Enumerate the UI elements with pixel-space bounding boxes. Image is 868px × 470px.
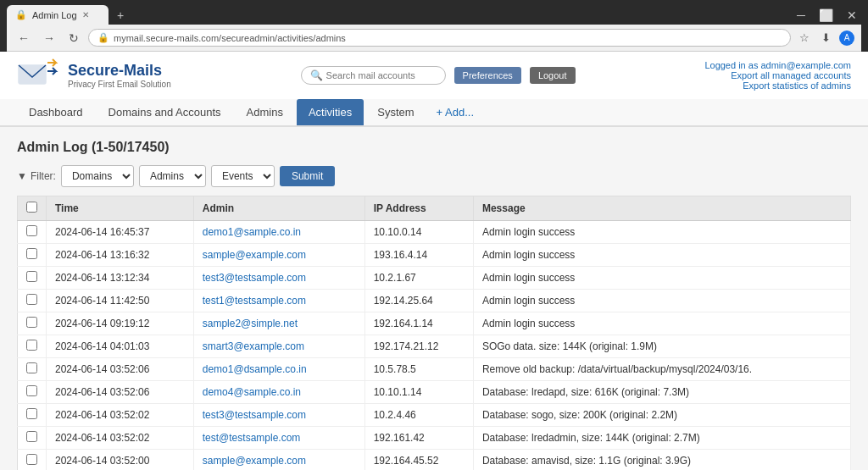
- export-managed-link[interactable]: Export all managed accounts: [731, 70, 851, 80]
- row-message: Database: sogo, size: 200K (original: 2.…: [473, 404, 850, 427]
- row-message: Admin login success: [473, 267, 850, 290]
- row-checkbox[interactable]: [26, 248, 37, 259]
- row-admin: demo1@sample.co.in: [193, 221, 364, 244]
- row-ip: 192.164.45.52: [364, 450, 473, 471]
- table-row: 2024-06-14 03:52:02 test@testsample.com …: [18, 427, 851, 450]
- row-checkbox[interactable]: [26, 431, 37, 442]
- row-time: 2024-06-14 03:52:02: [47, 427, 194, 450]
- admin-link[interactable]: sample2@simple.net: [203, 318, 298, 329]
- nav-activities[interactable]: Activities: [297, 99, 364, 125]
- domains-filter[interactable]: Domains: [61, 165, 134, 187]
- minimize-button[interactable]: ─: [793, 8, 810, 23]
- address-bar[interactable]: 🔒 mymail.secure-mails.com/secureadmin/ac…: [88, 29, 791, 47]
- row-ip: 10.2.4.46: [364, 404, 473, 427]
- nav-dashboard[interactable]: Dashboard: [17, 99, 95, 125]
- download-button[interactable]: ⬇: [818, 30, 834, 46]
- row-checkbox-cell: [18, 450, 47, 471]
- row-ip: 192.161.42: [364, 427, 473, 450]
- nav-domains[interactable]: Domains and Accounts: [97, 99, 233, 125]
- table-row: 2024-06-14 13:16:32 sample@example.com 1…: [18, 244, 851, 267]
- nav-add[interactable]: + Add...: [428, 99, 482, 125]
- admin-link[interactable]: demo1@sample.co.in: [203, 226, 301, 238]
- row-time: 2024-06-14 13:12:34: [47, 267, 194, 290]
- nav-system[interactable]: System: [365, 99, 426, 125]
- new-tab-button[interactable]: +: [112, 7, 129, 24]
- admin-link[interactable]: sample@example.com: [203, 249, 306, 261]
- bookmark-button[interactable]: ☆: [796, 30, 813, 46]
- row-message: Admin login success: [473, 290, 850, 312]
- tab-icon: 🔒: [15, 9, 27, 20]
- search-wrap: 🔍: [301, 66, 446, 85]
- row-time: 2024-06-14 03:52:02: [47, 404, 194, 427]
- row-checkbox[interactable]: [26, 340, 37, 351]
- search-input[interactable]: [326, 70, 437, 80]
- row-ip: 193.16.4.14: [364, 244, 473, 267]
- select-all-checkbox[interactable]: [26, 202, 37, 213]
- row-admin: sample2@simple.net: [193, 312, 364, 335]
- restore-button[interactable]: ⬜: [815, 8, 837, 23]
- back-button[interactable]: ←: [14, 30, 34, 47]
- tab-close-icon[interactable]: ✕: [82, 10, 89, 19]
- table-row: 2024-06-14 03:52:02 test3@testsample.com…: [18, 404, 851, 427]
- logged-as-text: Logged in as admin@example.com: [704, 60, 851, 70]
- row-checkbox[interactable]: [26, 408, 37, 419]
- url-text: mymail.secure-mails.com/secureadmin/acti…: [114, 33, 346, 43]
- export-stats-link[interactable]: Export statistics of admins: [743, 80, 851, 91]
- row-checkbox[interactable]: [26, 271, 37, 282]
- row-checkbox-cell: [18, 358, 47, 381]
- row-checkbox-cell: [18, 404, 47, 427]
- events-filter[interactable]: Events: [211, 165, 275, 187]
- tab-bar: 🔒 Admin Log ✕ + ─ ⬜ ✕: [7, 5, 861, 25]
- admin-link[interactable]: test3@testsample.com: [203, 409, 306, 421]
- main-nav: Dashboard Domains and Accounts Admins Ac…: [0, 99, 868, 126]
- admin-link[interactable]: test1@testsample.com: [203, 295, 306, 307]
- preferences-button[interactable]: Preferences: [454, 67, 521, 84]
- row-checkbox-cell: [18, 221, 47, 244]
- active-tab: 🔒 Admin Log ✕: [7, 5, 108, 25]
- row-checkbox-cell: [18, 335, 47, 358]
- row-checkbox-cell: [18, 427, 47, 450]
- nav-admins[interactable]: Admins: [235, 99, 295, 125]
- table-row: 2024-06-14 03:52:00 sample@example.com 1…: [18, 450, 851, 471]
- admin-link[interactable]: sample@example.com: [203, 455, 306, 467]
- close-button[interactable]: ✕: [843, 8, 861, 23]
- row-admin: test1@testsample.com: [193, 290, 364, 312]
- submit-button[interactable]: Submit: [280, 166, 335, 186]
- row-checkbox[interactable]: [26, 385, 37, 396]
- row-checkbox-cell: [18, 312, 47, 335]
- row-checkbox[interactable]: [26, 317, 37, 328]
- table-row: 2024-06-14 03:52:06 demo1@dsample.co.in …: [18, 358, 851, 381]
- profile-avatar[interactable]: A: [839, 30, 854, 46]
- row-time: 2024-06-14 16:45:37: [47, 221, 194, 244]
- admin-link[interactable]: test3@testsample.com: [203, 272, 306, 284]
- log-table: Time Admin IP Address Message 2024-06-14…: [17, 196, 851, 470]
- logo-icon: [17, 58, 59, 92]
- row-message: Admin login success: [473, 244, 850, 267]
- row-admin: sample@example.com: [193, 244, 364, 267]
- admins-filter[interactable]: Admins: [139, 165, 206, 187]
- admin-link[interactable]: demo4@sample.co.in: [203, 386, 301, 398]
- logout-button[interactable]: Logout: [530, 67, 576, 84]
- row-message: Database: amavisd, size: 1.1G (original:…: [473, 450, 850, 471]
- filter-icon: ▼: [17, 170, 27, 182]
- forward-button[interactable]: →: [39, 30, 59, 47]
- row-checkbox[interactable]: [26, 454, 37, 465]
- table-header-row: Time Admin IP Address Message: [18, 196, 851, 221]
- app-header: Secure-Mails Privacy First Email Solutio…: [0, 52, 868, 127]
- page-content: Admin Log (1-50/17450) ▼ Filter: Domains…: [0, 127, 868, 470]
- row-message: SOGo data. size: 144K (original: 1.9M): [473, 335, 850, 358]
- row-ip: 10.10.0.14: [364, 221, 473, 244]
- row-admin: demo4@sample.co.in: [193, 381, 364, 404]
- row-checkbox[interactable]: [26, 294, 37, 305]
- row-admin: sample@example.com: [193, 450, 364, 471]
- refresh-button[interactable]: ↻: [64, 30, 83, 47]
- row-checkbox[interactable]: [26, 362, 37, 373]
- row-ip: 10.2.1.67: [364, 267, 473, 290]
- admin-link[interactable]: test@testsample.com: [203, 432, 301, 444]
- table-row: 2024-06-14 16:45:37 demo1@sample.co.in 1…: [18, 221, 851, 244]
- row-checkbox-cell: [18, 290, 47, 312]
- row-ip: 192.164.1.14: [364, 312, 473, 335]
- admin-link[interactable]: smart3@example.com: [203, 340, 304, 352]
- row-checkbox[interactable]: [26, 225, 37, 236]
- admin-link[interactable]: demo1@dsample.co.in: [203, 363, 307, 375]
